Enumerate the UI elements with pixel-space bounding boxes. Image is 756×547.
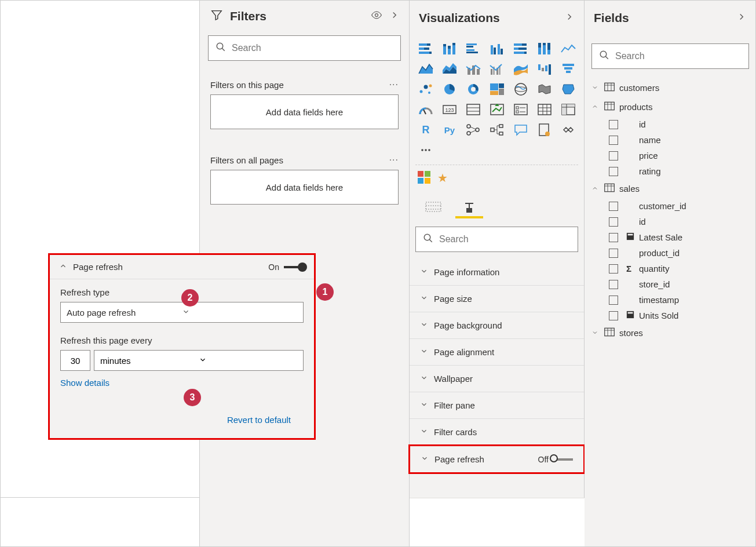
pin-favorite-icon[interactable]: ★: [437, 171, 448, 185]
search-icon: [216, 42, 226, 54]
fields-search[interactable]: [591, 43, 749, 69]
table-customers[interactable]: customers: [589, 78, 751, 97]
line-clustered-column-icon[interactable]: [487, 60, 507, 78]
table-products[interactable]: products: [589, 97, 751, 116]
funnel-chart-icon[interactable]: [558, 60, 579, 78]
section-page-background[interactable]: Page background: [410, 312, 584, 339]
filled-map-icon[interactable]: [534, 81, 555, 98]
filters-search-input[interactable]: [232, 43, 393, 53]
section-filter-cards[interactable]: Filter cards: [410, 419, 584, 446]
area-chart-icon[interactable]: [415, 60, 436, 78]
revert-default-link[interactable]: Revert to default: [227, 415, 291, 425]
multi-row-card-icon[interactable]: [463, 101, 484, 118]
clustered-column-icon[interactable]: [487, 40, 507, 57]
format-search-input[interactable]: [439, 234, 571, 245]
donut-icon[interactable]: [463, 81, 484, 98]
show-details-link[interactable]: Show details: [60, 378, 109, 388]
canvas-bottom-border: [1, 497, 200, 498]
field-sales-customer-id[interactable]: customer_id: [589, 198, 751, 214]
svg-rect-32: [543, 45, 546, 54]
section-page-size[interactable]: Page size: [410, 286, 584, 312]
eye-icon[interactable]: [371, 9, 382, 23]
fields-tab[interactable]: [423, 200, 443, 220]
section-wallpaper[interactable]: Wallpaper: [410, 366, 584, 392]
map-icon[interactable]: [510, 81, 531, 98]
svg-rect-7: [419, 52, 429, 54]
line-chart-icon[interactable]: [558, 40, 579, 57]
field-sales-timestamp[interactable]: timestamp: [589, 292, 751, 308]
field-sales-quantity[interactable]: Σquantity: [589, 261, 751, 276]
table-stores[interactable]: stores: [589, 323, 751, 342]
stacked-column-icon[interactable]: [439, 40, 460, 57]
field-products-id[interactable]: id: [589, 116, 751, 132]
filters-all-dropzone[interactable]: Add data fields here: [210, 170, 399, 205]
collapse-fields-icon[interactable]: [736, 12, 747, 24]
callout-1: 1: [316, 283, 334, 301]
hundred-stacked-bar-icon[interactable]: [510, 40, 531, 57]
stacked-area-icon[interactable]: [439, 60, 460, 78]
stacked-bar-icon[interactable]: [415, 40, 436, 57]
appsource-icon[interactable]: [418, 171, 432, 185]
section-page-information[interactable]: Page information: [410, 259, 584, 286]
field-sales-units-sold[interactable]: Units Sold: [589, 308, 751, 323]
ribbon-chart-icon[interactable]: [510, 60, 531, 78]
collapse-viz-icon[interactable]: [564, 12, 575, 24]
svg-rect-41: [491, 69, 492, 75]
field-products-rating[interactable]: rating: [589, 163, 751, 179]
field-sales-id[interactable]: id: [589, 214, 751, 229]
interval-value-input[interactable]: 30: [60, 350, 90, 371]
svg-rect-17: [466, 49, 474, 51]
svg-rect-20: [494, 48, 496, 54]
page-refresh-off-toggle[interactable]: Off: [538, 455, 573, 464]
key-influencers-icon[interactable]: [463, 121, 484, 138]
filters-all-more-icon[interactable]: ···: [389, 155, 399, 165]
qa-visual-icon[interactable]: [510, 121, 531, 138]
svg-rect-45: [538, 64, 540, 70]
section-page-alignment[interactable]: Page alignment: [410, 339, 584, 366]
collapse-filters-icon[interactable]: [389, 10, 400, 23]
field-sales-store-id[interactable]: store_id: [589, 276, 751, 292]
interval-unit-dropdown[interactable]: minutes: [94, 350, 304, 371]
filters-search[interactable]: [208, 35, 401, 61]
scatter-icon[interactable]: [415, 81, 436, 98]
field-products-name[interactable]: name: [589, 132, 751, 148]
hundred-stacked-column-icon[interactable]: [534, 40, 555, 57]
pie-icon[interactable]: [439, 81, 460, 98]
slicer-icon[interactable]: [510, 101, 531, 118]
matrix-icon[interactable]: [558, 101, 579, 118]
table-icon[interactable]: [534, 101, 555, 118]
arcgis-icon[interactable]: [558, 121, 579, 138]
paginated-report-icon[interactable]: [534, 121, 555, 138]
r-visual-icon[interactable]: R: [415, 121, 436, 138]
svg-text:R: R: [422, 124, 430, 136]
field-sales-latest-sale[interactable]: Latest Sale: [589, 229, 751, 245]
format-tab[interactable]: [459, 200, 479, 220]
shape-map-icon[interactable]: [558, 81, 579, 98]
line-stacked-column-icon[interactable]: [463, 60, 484, 78]
section-filter-pane[interactable]: Filter pane: [410, 392, 584, 419]
svg-rect-84: [562, 104, 575, 107]
kpi-icon[interactable]: [487, 101, 507, 118]
svg-rect-47: [545, 65, 547, 71]
python-visual-icon[interactable]: Py: [439, 121, 460, 138]
table-sales[interactable]: sales: [589, 179, 751, 198]
format-search[interactable]: [415, 227, 578, 252]
decomposition-tree-icon[interactable]: [487, 121, 507, 138]
waterfall-icon[interactable]: [534, 60, 555, 78]
popout-header[interactable]: Page refresh On: [50, 255, 314, 279]
page-refresh-toggle[interactable]: On: [268, 262, 305, 272]
svg-rect-46: [542, 68, 544, 71]
refresh-type-dropdown[interactable]: Auto page refresh: [60, 302, 304, 323]
filters-page-more-icon[interactable]: ···: [389, 79, 399, 90]
svg-rect-68: [467, 104, 480, 115]
treemap-icon[interactable]: [487, 81, 507, 98]
clustered-bar-icon[interactable]: [463, 40, 484, 57]
filters-page-dropzone[interactable]: Add data fields here: [210, 94, 399, 129]
more-visuals-icon[interactable]: [415, 141, 436, 159]
fields-search-input[interactable]: [615, 51, 742, 61]
field-products-price[interactable]: price: [589, 148, 751, 163]
field-sales-product-id[interactable]: product_id: [589, 245, 751, 261]
gauge-icon[interactable]: [415, 101, 436, 118]
card-icon[interactable]: 123: [439, 101, 460, 118]
section-page-refresh[interactable]: Page refresh Off: [408, 444, 585, 474]
